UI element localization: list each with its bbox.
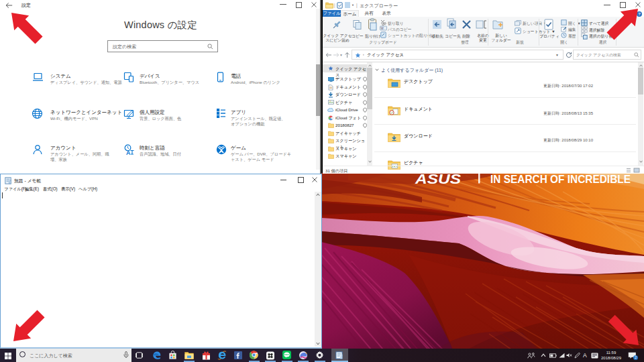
svg-text:IN SEARCH OF INCREDIBLE: IN SEARCH OF INCREDIBLE: [490, 173, 631, 185]
svg-text:A: A: [126, 149, 131, 156]
svg-text:ASUS: ASUS: [415, 173, 462, 186]
